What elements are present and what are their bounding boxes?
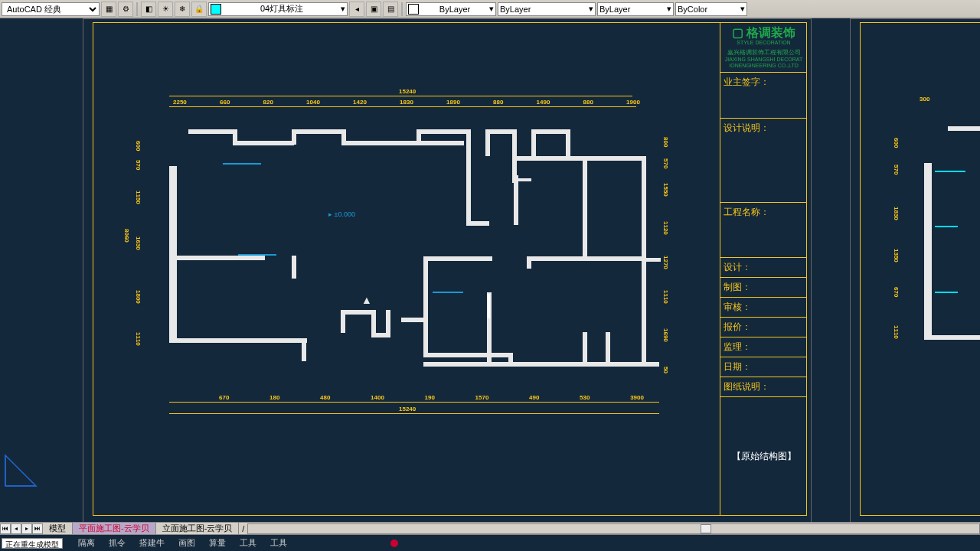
tb-owner-sign: 业主签字： [720,73,807,119]
menu-item[interactable]: 搭建牛 [139,537,165,549]
dim-col-right: 800 570 1550 1120 1270 1110 1690 50 [662,137,678,393]
tab-first-icon[interactable]: ⏮ [0,523,11,534]
window-line-2 [433,292,463,293]
drawing-area: 15240 2250 660 820 1040 1420 1830 1890 8… [93,22,720,516]
window-line [223,163,261,165]
menu-item[interactable]: 工具 [240,537,256,549]
tab-prev-icon[interactable]: ◂ [11,523,21,534]
grid-icon[interactable]: ▦ [101,2,116,17]
sheet-frame-1: 15240 2250 660 820 1040 1420 1830 1890 8… [83,18,812,522]
dim-line-top-inner [169,106,636,107]
layer-sun-icon[interactable]: ☀ [158,2,173,17]
layer-prev-icon[interactable]: ◂ [349,2,364,17]
dim-top-total: 15240 [399,88,416,95]
dim-row-bottom: 670 180 480 1400 190 1570 490 530 3900 [219,394,644,401]
h-scroll-thumb[interactable] [701,524,711,533]
sheet-frame-2: 300500 600 570 1830 1350 670 1110 [850,18,980,522]
layer-mgr-icon[interactable]: ◧ [141,2,156,17]
tab-layout1[interactable]: 平面施工图-云学贝 [73,523,156,535]
level-mark: ▸ ±0.000 [328,210,355,218]
tab-layout2[interactable]: 立面施工图-云学贝 [156,523,240,535]
tb-supervisor: 监理： [720,337,807,357]
tb-designer: 设计： [720,258,807,278]
title-block: ▢ 格调装饰 STYLE DECORATION 嘉兴格调装饰工程有限公司 JIA… [720,22,807,516]
tb-date: 日期： [720,357,807,377]
tb-dwg-title: 【原始结构图】 [720,397,807,516]
linetype-select[interactable]: ByLayer▾ [498,2,596,16]
dim-line-bottom-inner [169,402,659,403]
tab-next-icon[interactable]: ▸ [21,523,32,534]
dim-col-left-2: 600 570 1830 1350 670 1110 [893,134,908,399]
tb-design-note: 设计说明： [720,119,807,203]
menu-item[interactable]: 工具 [270,537,287,549]
dim-line-bottom-outer [169,413,659,414]
layer-freeze-icon[interactable]: ❄ [175,2,190,17]
dim-line-top-outer [169,96,632,96]
door-line [238,254,276,256]
dim-bottom-total: 15240 [399,406,416,412]
main-toolbar: AutoCAD 经典 ▦ ⚙ ◧ ☀ ❄ 🔒 04灯具标注▾ ◂ ▣ ▤ ByL… [0,0,980,18]
tab-model[interactable]: 模型 [43,523,73,535]
layer-iso-icon[interactable]: ▣ [366,2,381,17]
status-bar: 正在重生成模型 隔离 抓令 搭建牛 画图 算量 工具 工具 [0,534,980,551]
status-menu: 隔离 抓令 搭建牛 画图 算量 工具 工具 [78,537,287,549]
gear-icon[interactable]: ⚙ [118,2,133,17]
lineweight-select[interactable]: ByLayer▾ [597,2,674,16]
tb-quoter: 报价： [720,318,807,337]
tb-logo: ▢ 格调装饰 STYLE DECORATION 嘉兴格调装饰工程有限公司 JIA… [720,22,807,73]
menu-item[interactable]: 画图 [178,537,195,549]
tb-reviewer: 审核： [720,298,807,318]
color-select[interactable]: ByLayer▾ [406,2,496,16]
tb-drafter: 制图： [720,278,807,298]
plotstyle-select[interactable]: ByColor▾ [675,2,747,16]
tb-dwg-note: 图纸说明： [720,377,807,397]
dim-row-top: 2250 660 820 1040 1420 1830 1890 880 149… [173,99,640,106]
dim-col-left: 600 570 1150 1630 1800 1110 8060 [135,137,150,393]
layer-select[interactable]: 04灯具标注▾ [208,2,348,16]
menu-item[interactable]: 抓令 [109,537,126,549]
layer-lock-icon[interactable]: 🔒 [191,2,207,17]
menu-item[interactable]: 隔离 [78,537,95,549]
tab-last-icon[interactable]: ⏭ [32,523,43,534]
tb-project-name: 工程名称： [720,203,807,258]
dim-row-top-2: 300500 [920,96,980,103]
command-line[interactable]: 正在重生成模型 [2,538,63,549]
h-scrollbar[interactable] [247,523,980,534]
layout-tabbar: ⏮ ◂ ▸ ⏭ 模型 平面施工图-云学贝 立面施工图-云学贝 / [0,522,980,534]
record-indicator-icon [390,540,398,547]
menu-item[interactable]: 算量 [209,537,226,549]
workspace-select[interactable]: AutoCAD 经典 [2,2,100,16]
tab-nav: ⏮ ◂ ▸ ⏭ [0,523,43,534]
layer-state-icon[interactable]: ▤ [383,2,398,17]
ucs-icon [2,452,40,491]
drawing-canvas[interactable]: 15240 2250 660 820 1040 1420 1830 1890 8… [0,18,980,522]
